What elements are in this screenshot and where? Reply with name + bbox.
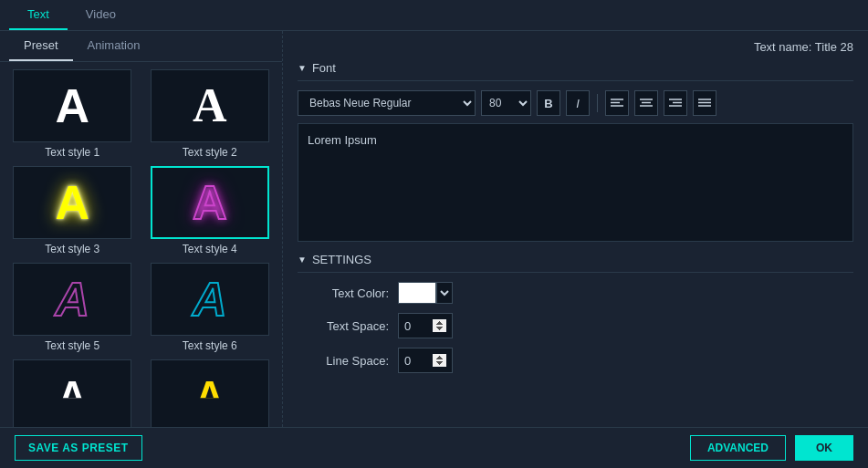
- font-controls: Bebas Neue Regular 80 B I: [298, 90, 853, 116]
- settings-collapse-arrow[interactable]: ▼: [298, 255, 307, 265]
- settings-section-header: ▼ SETTINGS: [298, 253, 853, 273]
- tab-animation[interactable]: Animation: [73, 31, 155, 61]
- advanced-button[interactable]: ADVANCED: [690, 435, 786, 461]
- align-justify-button[interactable]: [693, 90, 716, 116]
- preset-letter-7: A: [58, 376, 87, 416]
- text-color-label: Text Color:: [298, 286, 389, 300]
- text-space-row: Text Space:: [298, 313, 853, 338]
- text-preview[interactable]: [298, 123, 853, 242]
- preset-thumb-4[interactable]: A: [151, 166, 269, 239]
- preset-label-3: Text style 3: [45, 243, 99, 255]
- right-buttons: ADVANCED OK: [690, 435, 853, 461]
- align-right-button[interactable]: [664, 90, 687, 116]
- preset-thumb-7[interactable]: A: [13, 359, 131, 427]
- text-space-input[interactable]: [398, 313, 453, 338]
- align-left-button[interactable]: [605, 90, 629, 116]
- list-item[interactable]: A Text style 8: [145, 359, 276, 427]
- preset-label-2: Text style 2: [183, 146, 237, 159]
- preset-thumb-3[interactable]: A: [13, 166, 131, 239]
- list-item[interactable]: A Text style 5: [7, 263, 138, 352]
- save-as-preset-button[interactable]: SAVE AS PRESET: [15, 435, 142, 461]
- italic-button[interactable]: I: [566, 90, 590, 116]
- font-size-select[interactable]: 80: [481, 90, 531, 116]
- settings-section-label: SETTINGS: [312, 253, 371, 266]
- preset-letter-2: A: [193, 82, 227, 130]
- preset-label-5: Text style 5: [45, 339, 99, 352]
- left-panel: Preset Animation A Text style 1 A Text s…: [0, 31, 283, 427]
- font-section-header: ▼ Font: [298, 61, 853, 81]
- sub-tab-bar: Preset Animation: [0, 31, 282, 62]
- preset-thumb-6[interactable]: A: [151, 263, 269, 336]
- text-color-row: Text Color: ▼: [298, 282, 853, 304]
- align-center-button[interactable]: [634, 90, 658, 116]
- preset-thumb-8[interactable]: A: [151, 359, 269, 427]
- right-panel: Text name: Title 28 ▼ Font Bebas Neue Re…: [283, 31, 868, 427]
- text-space-label: Text Space:: [298, 319, 389, 333]
- preset-letter-1: A: [55, 82, 89, 130]
- list-item[interactable]: A Text style 2: [145, 69, 276, 159]
- list-item[interactable]: A Text style 7: [7, 359, 138, 427]
- preset-thumb-1[interactable]: A: [13, 69, 131, 142]
- font-section-label: Font: [312, 61, 336, 75]
- list-item[interactable]: A Text style 4: [145, 166, 276, 255]
- bottom-bar: SAVE AS PRESET ADVANCED OK: [0, 427, 868, 468]
- font-select[interactable]: Bebas Neue Regular: [298, 90, 476, 116]
- text-name-label: Text name: Title 28: [754, 40, 853, 54]
- line-space-label: Line Space:: [298, 354, 389, 368]
- list-item[interactable]: A Text style 3: [7, 166, 138, 255]
- preset-thumb-2[interactable]: A: [151, 69, 269, 142]
- preset-letter-4: A: [193, 179, 227, 226]
- preset-letter-8: A: [195, 376, 225, 416]
- list-item[interactable]: A Text style 6: [145, 263, 276, 352]
- main-area: Preset Animation A Text style 1 A Text s…: [0, 31, 868, 427]
- list-item[interactable]: A Text style 1: [7, 69, 138, 159]
- presets-grid: A Text style 1 A Text style 2 A Text sty…: [0, 62, 282, 427]
- tab-text[interactable]: Text: [9, 0, 68, 30]
- preset-label-6: Text style 6: [183, 339, 237, 352]
- preset-label-4: Text style 4: [183, 243, 237, 255]
- font-collapse-arrow[interactable]: ▼: [298, 63, 307, 73]
- ok-button[interactable]: OK: [795, 435, 853, 461]
- preset-thumb-5[interactable]: A: [13, 263, 131, 336]
- text-name-row: Text name: Title 28: [298, 40, 853, 54]
- line-space-input[interactable]: [398, 348, 453, 373]
- top-tab-bar: Text Video: [0, 0, 868, 31]
- tab-preset[interactable]: Preset: [9, 31, 73, 61]
- text-color-swatch[interactable]: [398, 282, 436, 304]
- bold-button[interactable]: B: [537, 90, 560, 116]
- line-space-row: Line Space:: [298, 348, 853, 373]
- tab-video[interactable]: Video: [68, 0, 134, 30]
- preset-letter-3: A: [55, 179, 89, 226]
- preset-letter-6: A: [193, 276, 227, 323]
- text-color-dropdown[interactable]: ▼: [436, 282, 453, 304]
- preset-letter-5: A: [55, 276, 89, 323]
- preset-label-1: Text style 1: [45, 146, 99, 159]
- format-divider: [597, 94, 598, 112]
